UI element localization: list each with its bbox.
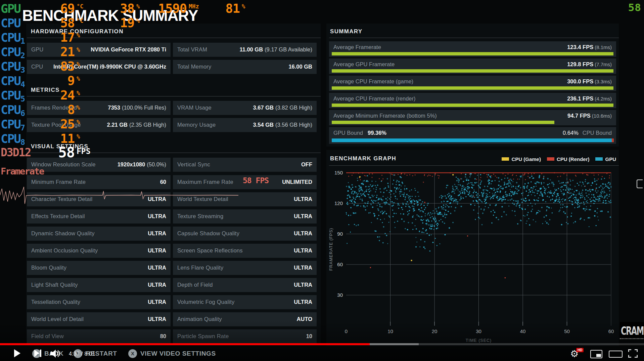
osd-value: 25 (0, 117, 75, 131)
summary-label: Average Framerate (333, 44, 381, 50)
miniplayer-icon[interactable] (590, 350, 602, 358)
osd-unit: % (77, 90, 80, 96)
svg-text:60: 60 (337, 262, 343, 267)
legend-item: GPU (595, 156, 616, 162)
summary-bar (332, 121, 554, 124)
setting-row-cell: Memory Usage3.54 GB(3.56 GB High) (173, 118, 317, 132)
summary-bar (332, 69, 613, 73)
setting-label: Texture Streaming (177, 213, 223, 219)
setting-value: 2.21 GB(2.35 GB High) (107, 122, 167, 128)
svg-text:FRAMERATE (FPS): FRAMERATE (FPS) (329, 228, 333, 271)
setting-row-cell: Lens Flare QualityULTRA (173, 261, 317, 275)
osd-value: 9 (0, 74, 75, 88)
setting-label: VRAM Usage (177, 105, 212, 111)
legend-swatch (502, 157, 509, 161)
setting-row-cell: Capsule Shadow QualityULTRA (173, 227, 317, 241)
summary-bar (332, 104, 613, 107)
osd-value: 11 (0, 132, 75, 146)
legend-item: CPU (Game) (502, 156, 541, 162)
setting-label: Vertical Sync (177, 161, 210, 168)
next-button[interactable] (34, 350, 43, 357)
setting-value: ULTRA (148, 230, 166, 237)
summary-row: Average Minimum Framerate (bottom 5%)94.… (329, 110, 616, 125)
setting-value: 7353(100.0% Full Res) (108, 105, 166, 111)
benchmark-graph: 3060901201500102030405060FRAMERATE (FPS)… (326, 167, 619, 346)
setting-value: ULTRA (294, 230, 312, 237)
summary-label: Average CPU Framerate (render) (333, 95, 416, 102)
card-teaser-icon[interactable] (637, 179, 643, 188)
setting-label: Lens Flare Quality (177, 265, 224, 271)
legend-swatch (547, 157, 554, 161)
legend-label: GPU (605, 156, 616, 162)
osd-unit: % (77, 133, 80, 140)
setting-label: Depth of Field (177, 282, 213, 288)
setting-value: 3.67 GB(3.82 GB High) (253, 105, 313, 111)
graph-title: BENCHMARK GRAPH (330, 155, 396, 162)
cpu-bound-right: 0.64%CPU Bound (563, 130, 612, 136)
osd-unit: % (77, 61, 80, 68)
setting-value: ULTRA (148, 213, 166, 219)
setting-row-cell: Bloom QualityULTRA (27, 261, 171, 275)
osd-label-framerate: Framerate (1, 165, 44, 177)
setting-row-cell: Vertical SyncOFF (173, 158, 317, 172)
theater-mode-icon[interactable] (609, 351, 623, 358)
osd-unit: % (77, 75, 80, 82)
graph-header-divider (329, 165, 619, 166)
setting-value: OFF (301, 161, 312, 168)
setting-label: Screen Space Reflections (177, 247, 243, 254)
osd-unit: % (77, 119, 80, 125)
play-button[interactable] (14, 349, 20, 357)
time-display: 4:37 / 8:01 (69, 351, 95, 357)
setting-label: Volumetric Fog Quality (177, 299, 234, 305)
summary-value: 129.8 FPS(7.7ms) (567, 61, 612, 68)
setting-label: Total VRAM (177, 46, 207, 53)
graph-legend: CPU (Game)CPU (Render)GPU (502, 155, 616, 163)
osd-unit: % (242, 3, 245, 10)
progress-bar[interactable] (0, 343, 644, 345)
summary-row: Average Framerate123.4 FPS(8.1ms) (329, 41, 616, 57)
setting-row-cell: Screen Space ReflectionsULTRA (173, 244, 317, 258)
osd-value: 19 (0, 16, 134, 30)
svg-text:150: 150 (334, 170, 343, 175)
setting-row-cell: Effects Texture DetailULTRA (27, 209, 171, 224)
setting-row-cell: Volumetric Fog QualityULTRA (173, 295, 317, 309)
setting-row-cell: Total Memory16.00 GB (173, 60, 317, 74)
legend-item: CPU (Render) (547, 156, 590, 162)
setting-value: ULTRA (148, 247, 166, 254)
setting-label: Dynamic Shadow Quality (31, 230, 95, 237)
video-frame: BENCHMARK SUMMARY HARDWARE CONFIGURATION… (0, 0, 644, 361)
setting-row-cell: Window Resolution Scale1920x1080(50.0%) (27, 158, 171, 172)
setting-label: Effects Texture Detail (31, 213, 85, 219)
summary-bar (332, 52, 613, 55)
setting-value: ULTRA (294, 196, 312, 202)
osd-unit: % (77, 46, 80, 53)
setting-value: ULTRA (148, 299, 166, 305)
svg-text:90: 90 (337, 231, 343, 237)
osd-value: 8 (0, 103, 75, 117)
osd-value: 81 (0, 2, 240, 16)
setting-label: Capsule Shadow Quality (177, 230, 239, 237)
setting-label: Light Shaft Quality (31, 282, 78, 288)
summary-row: Average CPU Framerate (game)300.0 FPS(3.… (329, 76, 616, 91)
setting-label: Ambient Occlusion Quality (31, 247, 98, 254)
setting-value: ULTRA (148, 282, 166, 288)
legend-swatch (595, 157, 603, 161)
setting-row-cell: Dynamic Shadow QualityULTRA (27, 227, 171, 241)
fullscreen-icon[interactable] (628, 349, 638, 358)
setting-row-cell: Total VRAM11.00 GB(9.17 GB Available) (173, 43, 317, 57)
summary-header-divider (329, 38, 619, 38)
summary-value: 123.4 FPS(8.1ms) (567, 44, 612, 50)
osd-framerate-overlay: 58 FPS (243, 176, 269, 185)
osd-value: 17 (0, 31, 75, 45)
volume-icon[interactable] (50, 349, 61, 358)
setting-row-cell: Tessellation QualityULTRA (27, 295, 171, 309)
setting-value: ULTRA (294, 282, 312, 288)
osd-framerate-sparkline (0, 183, 239, 207)
summary-label: Average CPU Framerate (game) (333, 78, 413, 85)
setting-label: Tessellation Quality (31, 299, 80, 305)
summary-header: SUMMARY (330, 28, 362, 35)
summary-label: Average GPU Framerate (333, 61, 395, 68)
osd-unit: FPS (77, 147, 91, 156)
summary-value: 300.0 FPS(3.3ms) (567, 78, 612, 85)
setting-label: Memory Usage (177, 122, 216, 128)
